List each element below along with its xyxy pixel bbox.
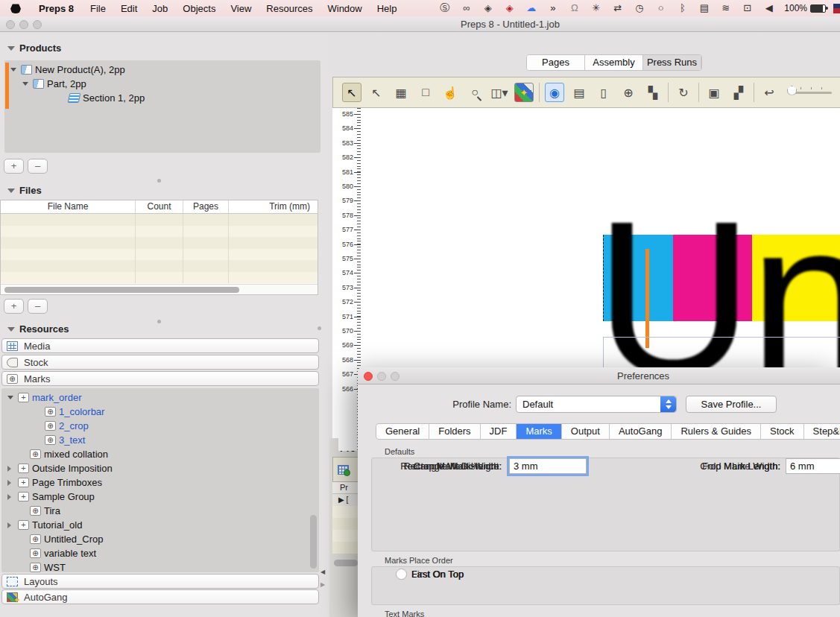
airplay-display-icon[interactable]: ⊡ (736, 0, 758, 16)
measure-ruler-icon[interactable]: ▤ (569, 83, 589, 102)
pane-resize-handle[interactable] (157, 320, 161, 323)
panel-collapse-left-icon[interactable]: ◀ (320, 569, 325, 575)
product-tree-item[interactable]: New Product(A), 2pp (4, 63, 320, 77)
disclosure-triangle-icon[interactable] (7, 327, 15, 332)
menu-item[interactable]: Window (320, 3, 369, 14)
pane-resize-handle[interactable] (157, 179, 161, 183)
disclosure-triangle-icon[interactable] (7, 189, 15, 193)
column-header[interactable]: Pages (183, 200, 229, 213)
shield-dark-icon[interactable]: ◈ (477, 0, 499, 16)
resource-tree-item[interactable]: 3_text (1, 433, 319, 447)
radio-button[interactable] (396, 569, 407, 580)
sheet-order-icon[interactable]: ▣ (704, 83, 724, 102)
chevrons-icon[interactable]: » (542, 0, 563, 16)
menu-item[interactable]: Job (145, 3, 175, 14)
scrollbar-thumb[interactable] (4, 287, 239, 293)
remove-product-button[interactable]: – (28, 159, 48, 174)
resources-media-button[interactable]: Media (1, 338, 319, 353)
resource-tree-item[interactable]: Page Trimboxes (1, 475, 319, 490)
wifi-icon[interactable]: ≋ (715, 0, 736, 16)
mcafee-shield-icon[interactable]: ◈ (499, 0, 520, 16)
preferences-tab[interactable]: Output (562, 424, 610, 439)
dialog-zoom-button[interactable] (391, 372, 400, 381)
resources-scrollbar-thumb[interactable] (310, 515, 317, 569)
pinwheel-icon[interactable]: ✳ (585, 0, 607, 16)
products-section-header[interactable]: Products (7, 42, 61, 54)
column-header[interactable]: File Name (1, 200, 136, 213)
files-section-header[interactable]: Files (7, 185, 42, 196)
imposition-dropdown-icon[interactable]: ◫▾ (490, 83, 509, 102)
keyboard-grid-icon[interactable]: ▤ (693, 0, 715, 16)
menu-item[interactable]: Objects (175, 3, 223, 14)
view-tab[interactable]: Pages (527, 55, 585, 70)
preview-eye-icon[interactable]: ◉ (545, 83, 564, 102)
battery-icon[interactable] (810, 4, 826, 13)
z-order-icon[interactable]: ▞ (729, 83, 748, 102)
input-language-flag-icon[interactable] (833, 4, 840, 13)
table-row[interactable] (1, 272, 318, 284)
resource-tree-item[interactable]: 2_crop (1, 419, 319, 433)
window-minimize-button[interactable] (19, 20, 28, 29)
preferences-tab[interactable]: Folders (429, 424, 480, 439)
apple-menu-icon[interactable] (10, 3, 21, 13)
resource-tree-item[interactable]: 1_colorbar (1, 405, 319, 419)
table-row[interactable] (1, 249, 318, 261)
table-row[interactable] (1, 260, 318, 272)
menu-item[interactable]: Help (370, 3, 405, 14)
resources-autogang-button[interactable]: AutoGang (1, 589, 319, 604)
resources-section-header[interactable]: Resources (7, 323, 69, 335)
fold-mark-vertical[interactable] (645, 249, 649, 348)
creative-cloud-icon[interactable]: ∞ (455, 0, 477, 16)
text-field[interactable]: 6 mm (786, 458, 840, 474)
table-row[interactable] (1, 226, 318, 238)
fit-arrows-icon[interactable]: ▚ (643, 83, 663, 102)
page-pick-tool-icon[interactable]: ▦ (391, 83, 411, 102)
preferences-tab[interactable]: JDF (481, 424, 517, 439)
resource-tree-item[interactable]: Untitled_Crop (1, 532, 319, 546)
preferences-tab[interactable]: Stock (761, 424, 804, 439)
view-tab[interactable]: Press Runs (643, 55, 701, 70)
resources-marks-button[interactable]: Marks (1, 371, 319, 386)
profile-name-dropdown[interactable]: Default (516, 396, 677, 413)
window-zoom-button[interactable] (33, 20, 42, 29)
resource-tree-item[interactable]: Outside Imposition (1, 461, 319, 475)
preferences-tab[interactable]: General (376, 424, 429, 439)
table-row[interactable] (1, 214, 318, 226)
zoom-slider-handle[interactable] (787, 86, 797, 95)
resource-tree-item[interactable]: mark_order (1, 390, 319, 405)
menu-item[interactable]: View (223, 3, 259, 14)
marks-wizard-icon[interactable]: ✦ (514, 83, 534, 102)
resource-tree-item[interactable]: Sample Group (1, 490, 319, 504)
product-tree-item[interactable]: Part, 2pp (4, 77, 320, 91)
page-proof-icon[interactable]: ▯ (594, 83, 613, 102)
direct-select-tool-icon[interactable]: ↖ (367, 83, 386, 102)
hand-tool-icon[interactable]: ☝ (440, 83, 460, 102)
preferences-tab[interactable]: AutoGang (610, 424, 672, 439)
preferences-tab[interactable]: Step&Re (804, 424, 840, 439)
panel-expand-right-icon[interactable]: ▶ (320, 581, 325, 588)
menu-item[interactable]: Preps 8 (31, 3, 83, 14)
zoom-tool-icon[interactable]: ○ (465, 83, 484, 102)
resources-stock-button[interactable]: Stock (1, 355, 319, 370)
panel-tab[interactable]: Pr (332, 482, 359, 494)
chat-bubble-icon[interactable]: ○ (650, 0, 672, 16)
column-header[interactable]: Trim (mm) (229, 200, 318, 213)
press-run-grid-icon[interactable] (338, 465, 349, 475)
view-tab[interactable]: Assembly (585, 55, 643, 70)
bluetooth-icon[interactable]: ᛒ (672, 0, 693, 16)
resource-tree-item[interactable]: variable text (1, 546, 319, 560)
menu-item[interactable]: Edit (113, 3, 145, 14)
dialog-minimize-button[interactable] (377, 372, 386, 381)
resource-tree-item[interactable]: Tutorial_old (1, 518, 319, 532)
clock-icon[interactable]: ◷ (628, 0, 650, 16)
add-file-button[interactable]: + (4, 299, 24, 314)
window-close-button[interactable] (6, 20, 15, 29)
rotate-icon[interactable]: ↻ (674, 83, 693, 102)
preferences-tab[interactable]: Rulers & Guides (672, 424, 761, 439)
select-tool-icon[interactable]: ↖ (342, 83, 361, 102)
padlock-icon[interactable]: Ω (563, 0, 585, 16)
resources-layouts-button[interactable]: Layouts (1, 574, 319, 589)
add-product-button[interactable]: + (4, 159, 24, 174)
list-item[interactable]: ▶ [ (332, 494, 359, 506)
disclosure-triangle-icon[interactable] (7, 46, 15, 51)
